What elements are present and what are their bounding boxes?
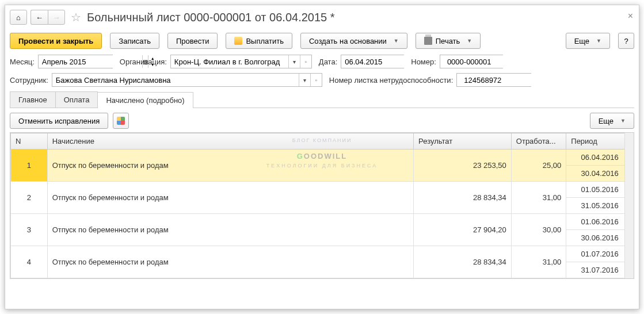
table-more-button[interactable]: Еще▼ [590, 113, 634, 129]
post-label: Провести [176, 37, 209, 45]
chevron-down-icon: ▼ [394, 38, 399, 44]
help-label: ? [624, 37, 628, 45]
number-input[interactable] [444, 55, 547, 68]
vertical-scrollbar[interactable] [624, 133, 634, 278]
col-accrual[interactable]: Начисление [47, 133, 413, 150]
cell-result: 23 253,50 [414, 150, 512, 182]
cell-period-to: 30.06.2016 [566, 230, 634, 246]
cell-period-from: 01.07.2016 [566, 246, 634, 262]
employee-input-group: ▾ ▫ [52, 73, 322, 87]
org-input-group: ▾ ▫ [170, 55, 312, 68]
pay-icon [234, 37, 242, 45]
col-result[interactable]: Результат [414, 133, 512, 150]
favorite-icon[interactable]: ☆ [71, 10, 81, 24]
cell-result: 28 834,34 [414, 182, 512, 214]
cell-period-from: 06.04.2016 [566, 150, 634, 166]
home-icon: ⌂ [16, 13, 21, 22]
table-row[interactable]: 4Отпуск по беременности и родам28 834,34… [11, 246, 634, 262]
cell-n: 2 [11, 182, 48, 214]
cell-accrual: Отпуск по беременности и родам [47, 214, 413, 246]
print-label: Печать [436, 37, 460, 45]
more-button[interactable]: Еще▼ [566, 33, 610, 49]
post-and-close-button[interactable]: Провести и закрыть [10, 33, 102, 49]
cell-accrual: Отпуск по беременности и родам [47, 150, 413, 182]
org-dropdown-button[interactable]: ▾ [288, 55, 300, 68]
accruals-table: N Начисление Результат Отработа... Перио… [10, 133, 634, 278]
date-label: Дата: [319, 58, 337, 66]
arrow-left-icon: ← [36, 13, 43, 22]
employee-label: Сотрудник: [10, 76, 48, 85]
back-button[interactable]: ← [31, 10, 48, 25]
chevron-down-icon: ▼ [596, 38, 601, 44]
home-button[interactable]: ⌂ [10, 10, 27, 25]
employee-dropdown-button[interactable]: ▾ [299, 74, 310, 86]
cell-period-to: 30.04.2016 [566, 166, 634, 182]
arrow-right-icon: → [53, 13, 60, 22]
forward-button[interactable]: → [48, 10, 65, 25]
pay-button[interactable]: Выплатить [226, 33, 292, 49]
sheet-num-input-wrap [456, 73, 531, 87]
chevron-down-icon: ▼ [620, 118, 626, 124]
col-period[interactable]: Период [566, 133, 634, 150]
save-label: Записать [119, 37, 151, 45]
print-button[interactable]: Печать▼ [416, 33, 481, 49]
save-button[interactable]: Записать [110, 33, 159, 49]
cell-n: 1 [11, 150, 48, 182]
date-input-group: ▦ [341, 55, 404, 68]
cancel-fixes-label: Отменить исправления [18, 117, 100, 125]
table-row[interactable]: 1Отпуск по беременности и родам23 253,50… [11, 150, 634, 166]
table-more-label: Еще [599, 117, 613, 125]
cell-period-to: 31.05.2016 [566, 198, 634, 214]
cell-worked: 31,00 [511, 182, 566, 214]
accruals-table-wrap: N Начисление Результат Отработа... Перио… [10, 132, 634, 279]
tab-accrued[interactable]: Начислено (подробно) [97, 92, 193, 108]
month-label: Месяц: [10, 58, 35, 66]
create-based-on-button[interactable]: Создать на основании▼ [300, 33, 407, 49]
tab-payment[interactable]: Оплата [55, 91, 98, 108]
tab-main[interactable]: Главное [10, 91, 56, 108]
month-input-group: ▦ ▲▼ [38, 55, 113, 68]
org-label: Организация: [120, 58, 167, 66]
pay-label: Выплатить [246, 37, 284, 45]
post-button[interactable]: Провести [167, 33, 218, 49]
employee-input[interactable] [52, 74, 299, 86]
table-row[interactable]: 3Отпуск по беременности и родам27 904,20… [11, 214, 634, 230]
close-button[interactable]: × [628, 11, 633, 21]
cell-period-from: 01.06.2016 [566, 214, 634, 230]
more-label: Еще [574, 37, 589, 45]
cell-worked: 25,00 [511, 150, 566, 182]
configure-icon [117, 117, 125, 125]
post-close-label: Провести и закрыть [18, 37, 93, 45]
employee-open-button[interactable]: ▫ [310, 74, 322, 86]
cell-result: 28 834,34 [414, 246, 512, 278]
cell-period-from: 01.05.2016 [566, 182, 634, 198]
cell-worked: 30,00 [511, 214, 566, 246]
configure-columns-button[interactable] [113, 113, 129, 129]
print-icon [424, 37, 432, 45]
col-n[interactable]: N [11, 133, 48, 150]
table-row[interactable]: 2Отпуск по беременности и родам28 834,34… [11, 182, 634, 198]
sheet-num-label: Номер листка нетрудоспособности: [329, 76, 453, 85]
org-input[interactable] [171, 55, 288, 68]
create-based-label: Создать на основании [309, 37, 387, 45]
cell-accrual: Отпуск по беременности и родам [47, 182, 413, 214]
page-title: Больничный лист 0000-000001 от 06.04.201… [87, 11, 335, 24]
cell-accrual: Отпуск по беременности и родам [47, 246, 413, 278]
cell-n: 3 [11, 214, 48, 246]
cancel-fixes-button[interactable]: Отменить исправления [10, 113, 108, 129]
cell-n: 4 [11, 246, 48, 278]
org-open-button[interactable]: ▫ [300, 55, 311, 68]
cell-worked: 31,00 [511, 246, 566, 278]
chevron-down-icon: ▼ [467, 38, 472, 44]
col-worked[interactable]: Отработа... [511, 133, 566, 150]
help-button[interactable]: ? [618, 33, 634, 49]
cell-period-to: 31.07.2016 [566, 262, 634, 278]
cell-result: 27 904,20 [414, 214, 512, 246]
sheet-num-input[interactable] [460, 74, 564, 86]
number-input-wrap [440, 55, 503, 68]
number-label: Номер: [411, 58, 436, 66]
